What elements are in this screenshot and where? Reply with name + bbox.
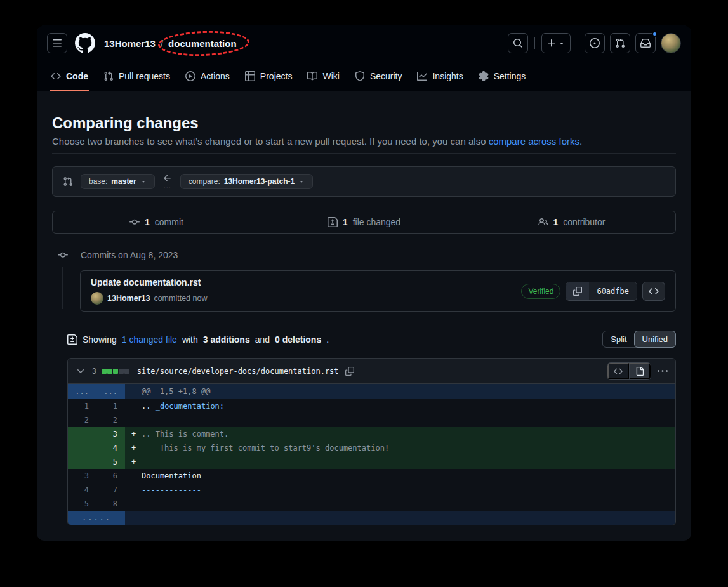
diff-code-text: -------------: [142, 485, 201, 494]
commit-info: Update documentation.rst 13Homer13 commi…: [91, 277, 521, 305]
notifications-button[interactable]: [635, 33, 656, 53]
chevron-down-icon: [76, 366, 86, 376]
diff-new-line-number[interactable]: 4: [96, 441, 125, 455]
diff-old-line-number[interactable]: 5: [68, 497, 96, 511]
code-icon: [649, 286, 659, 296]
diff-old-line-number[interactable]: 3: [68, 469, 96, 483]
copy-sha-button[interactable]: [566, 282, 589, 300]
files-summary: Showing 1 changed file with 3 additions …: [67, 331, 676, 348]
commit-title: Update documentation.rst: [91, 277, 521, 287]
diff-old-line-number[interactable]: [68, 427, 96, 441]
app-header: 13Homer13 / documentation: [37, 25, 691, 61]
diff-new-line-number[interactable]: 1: [96, 399, 125, 413]
file-path: site/source/developer-docs/documentation…: [137, 367, 339, 376]
pull-requests-button[interactable]: [610, 33, 630, 53]
diff-new-line-number[interactable]: ...: [96, 384, 125, 399]
inbox-icon: [640, 38, 651, 48]
diff-old-line-number[interactable]: [68, 455, 96, 469]
tab-settings[interactable]: Settings: [472, 61, 533, 91]
stat-files-changed[interactable]: 1 file changed: [260, 217, 468, 227]
diff-old-line-number[interactable]: 1: [68, 399, 96, 413]
diff-new-line-number[interactable]: 8: [96, 497, 125, 511]
diff-line-content: +: [125, 455, 675, 469]
copy-path-button[interactable]: [344, 366, 355, 377]
github-logo-icon[interactable]: [75, 33, 95, 53]
stat-count: 1: [553, 217, 559, 227]
diff-code-text: _documentation:: [156, 402, 224, 411]
stat-contributors[interactable]: 1 contributor: [468, 217, 675, 227]
diff-old-line-number[interactable]: 4: [68, 483, 96, 497]
commit-card: Update documentation.rst 13Homer13 commi…: [80, 270, 676, 312]
triangle-down-icon: [298, 178, 305, 185]
diff-new-line-number[interactable]: 6: [96, 469, 125, 483]
tab-wiki[interactable]: Wiki: [301, 61, 345, 91]
repo-nav: Code Pull requests Actions Projects Wiki…: [37, 61, 691, 91]
tab-projects[interactable]: Projects: [239, 61, 299, 91]
stat-label: commit: [155, 217, 183, 227]
commit-author-avatar[interactable]: [91, 292, 103, 305]
diffstat: [102, 369, 129, 374]
tab-security[interactable]: Security: [348, 61, 409, 91]
tab-actions[interactable]: Actions: [179, 61, 236, 91]
tab-label: Projects: [260, 71, 293, 81]
diff-code-text: This is my first commit to start9's docu…: [142, 444, 389, 452]
diff-expand-gutter[interactable]: .....: [68, 511, 125, 525]
diff-old-line-number[interactable]: ...: [68, 384, 96, 399]
tab-insights[interactable]: Insights: [411, 61, 469, 91]
stat-label: file changed: [353, 217, 401, 227]
source-diff-button[interactable]: [607, 363, 629, 379]
base-branch-selector[interactable]: base: master: [81, 174, 155, 189]
diff-file-card: 3 site/source/developer-docs/documentati…: [67, 358, 676, 525]
collapse-file-button[interactable]: [74, 365, 87, 378]
diff-line-content: +.. This is comment.: [125, 427, 675, 441]
compare-branch-selector[interactable]: compare: 13Homer13-patch-1: [180, 174, 313, 189]
commit-action: committed now: [154, 294, 207, 303]
issues-button[interactable]: [585, 33, 605, 53]
search-button[interactable]: [508, 33, 528, 53]
stat-count: 1: [145, 217, 150, 227]
diff-new-line-number[interactable]: 3: [96, 427, 125, 441]
period-text: .: [326, 334, 329, 345]
diff-old-line-number[interactable]: 2: [68, 413, 96, 427]
tab-label: Security: [370, 71, 402, 81]
unified-view-button[interactable]: Unified: [634, 331, 676, 348]
diff-row-ctx: 22: [68, 413, 675, 427]
diff-row-hunk: ......@@ -1,5 +1,8 @@: [68, 384, 675, 399]
diff-line-sign: +: [131, 427, 142, 441]
diff-row-ctx: 47-------------: [68, 483, 675, 497]
file-header-actions: [607, 362, 669, 380]
diff-code-text: Documentation: [142, 472, 201, 480]
create-new-button[interactable]: [541, 33, 571, 53]
tab-label: Code: [66, 71, 88, 81]
diff-new-line-number[interactable]: 5: [96, 455, 125, 469]
verified-badge[interactable]: Verified: [521, 284, 560, 299]
hunk-header-text: @@ -1,5 +1,8 @@: [142, 387, 210, 396]
breadcrumb-repo[interactable]: documentation: [168, 38, 237, 49]
table-icon: [245, 71, 255, 81]
stat-commits[interactable]: 1 commit: [53, 217, 260, 227]
split-view-button[interactable]: Split: [603, 331, 634, 347]
tab-pull-requests[interactable]: Pull requests: [97, 61, 176, 91]
diff-new-line-number[interactable]: 7: [96, 483, 125, 497]
file-options-button[interactable]: [656, 365, 669, 378]
tab-code[interactable]: Code: [44, 61, 95, 91]
commit-sha[interactable]: 60adfbe: [589, 282, 637, 300]
compare-across-forks-link[interactable]: compare across forks: [489, 136, 579, 147]
diff-new-line-number[interactable]: 2: [96, 413, 125, 427]
play-icon: [185, 71, 195, 81]
commit-author[interactable]: 13Homer13: [107, 294, 150, 303]
diff-old-line-number[interactable]: [68, 441, 96, 455]
diff-row-expand: .....: [68, 511, 675, 525]
diffstat-square-neutral: [119, 369, 124, 374]
user-avatar[interactable]: [661, 33, 681, 53]
breadcrumb-owner[interactable]: 13Homer13: [104, 38, 156, 49]
copy-icon: [573, 287, 582, 296]
browse-code-button[interactable]: [642, 282, 665, 301]
three-bars-icon: [52, 38, 62, 48]
diff-row-ctx: 11.. _documentation:: [68, 399, 675, 413]
main-content: Comparing changes Choose two branches to…: [37, 91, 691, 525]
code-icon: [51, 71, 61, 81]
rich-diff-button[interactable]: [629, 363, 651, 379]
changed-files-link[interactable]: 1 changed file: [122, 334, 177, 345]
hamburger-menu-button[interactable]: [47, 33, 67, 53]
